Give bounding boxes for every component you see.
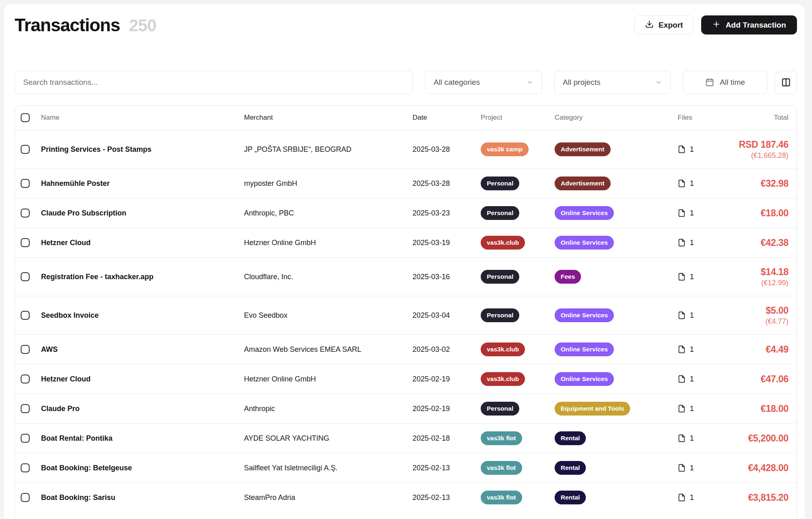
- total-cell: $14.18 (€12.99): [714, 267, 797, 287]
- files-count: 1: [690, 273, 694, 281]
- file-icon: [678, 179, 686, 188]
- files-count: 1: [690, 493, 694, 502]
- projects-filter[interactable]: All projects: [554, 71, 671, 94]
- filters-bar: All categories All projects All time: [15, 71, 797, 94]
- category-cell: Rental: [555, 431, 678, 445]
- row-checkbox[interactable]: [21, 493, 30, 502]
- files-count: 1: [690, 209, 694, 218]
- transaction-merchant: Anthropic, PBC: [244, 209, 412, 218]
- files-cell: 1: [678, 345, 714, 354]
- files-cell: 1: [678, 209, 714, 218]
- transaction-name: Hetzner Cloud: [41, 375, 244, 383]
- row-checkbox[interactable]: [21, 179, 30, 188]
- transaction-total-converted: (€4.77): [714, 317, 788, 326]
- column-header-date: Date: [412, 114, 481, 122]
- search-box: [15, 71, 413, 94]
- table-row[interactable]: Seedbox Invoice Evo Seedbox 2025-03-04 P…: [15, 296, 797, 334]
- category-cell: Fees: [555, 270, 678, 284]
- table-row[interactable]: Boat Booking: Betelgeuse Sailfleet Yat I…: [15, 453, 797, 482]
- table-row[interactable]: Registration Fee - taxhacker.app Cloudfl…: [15, 257, 797, 296]
- table-row[interactable]: Hetzner Cloud Hetzner Online GmbH 2025-0…: [15, 228, 797, 257]
- table-row[interactable]: Boat Booking: Sarisu SteamPro Adria 2025…: [15, 482, 797, 512]
- files-cell: 1: [678, 404, 714, 413]
- transactions-table: Name Merchant Date Project Category File…: [15, 105, 797, 519]
- row-checkbox[interactable]: [21, 434, 30, 443]
- date-range-filter[interactable]: All time: [683, 71, 767, 94]
- row-checkbox[interactable]: [21, 311, 30, 320]
- transaction-total: $14.18: [714, 267, 788, 278]
- categories-filter-value: All categories: [434, 78, 480, 87]
- table-row[interactable]: Hetzner Cloud Hetzner Online GmbH 2025-0…: [15, 364, 797, 394]
- add-transaction-button[interactable]: Add Transaction: [701, 15, 797, 34]
- transaction-name: Seedbox Invoice: [41, 311, 244, 320]
- transaction-total: $5.00: [714, 305, 788, 316]
- download-icon: [645, 20, 654, 30]
- row-checkbox[interactable]: [21, 145, 30, 154]
- table-row[interactable]: Boat Rental: Pontika AYDE SOLAR YACHTING…: [15, 423, 797, 453]
- file-icon: [678, 272, 686, 281]
- row-checkbox[interactable]: [21, 404, 30, 413]
- files-count: 1: [690, 311, 694, 320]
- row-checkbox[interactable]: [21, 375, 30, 383]
- table-row[interactable]: AWS Amazon Web Services EMEA SARL 2025-0…: [15, 334, 797, 364]
- add-transaction-button-label: Add Transaction: [726, 21, 786, 30]
- transaction-merchant: AYDE SOLAR YACHTING: [244, 434, 412, 443]
- file-icon: [678, 404, 686, 413]
- total-cell: €5,200.00: [714, 433, 797, 444]
- row-checkbox-cell: [15, 209, 41, 218]
- category-cell: Online Services: [555, 236, 678, 250]
- transaction-total: €3,815.20: [714, 492, 788, 503]
- categories-filter[interactable]: All categories: [425, 71, 542, 94]
- category-badge: Online Services: [555, 206, 614, 220]
- file-icon: [678, 209, 686, 218]
- project-badge: vas3k.club: [481, 236, 525, 250]
- toggle-columns-button[interactable]: [775, 71, 797, 94]
- project-cell: vas3k flot: [481, 461, 555, 475]
- column-header-category: Category: [555, 114, 678, 122]
- page-title: Transactions: [15, 15, 120, 35]
- total-cell: €18.00: [714, 403, 797, 414]
- chevron-down-icon: [655, 79, 662, 86]
- select-all-checkbox[interactable]: [21, 113, 30, 122]
- transaction-name: Boat Rental: Pontika: [41, 434, 244, 443]
- select-all-cell: [15, 113, 41, 122]
- column-header-project: Project: [481, 114, 555, 122]
- files-cell: 1: [678, 434, 714, 443]
- date-range-value: All time: [720, 78, 745, 87]
- files-cell: 1: [678, 272, 714, 281]
- project-badge: vas3k flot: [481, 461, 522, 475]
- transaction-merchant: Amazon Web Services EMEA SARL: [244, 345, 412, 354]
- table-row[interactable]: Printing Services - Post Stamps JP „POŠT…: [15, 130, 797, 168]
- row-checkbox[interactable]: [21, 209, 30, 218]
- table-row[interactable]: Claude Pro Subscription Anthropic, PBC 2…: [15, 198, 797, 228]
- table-body: Printing Services - Post Stamps JP „POŠT…: [15, 130, 797, 512]
- transaction-merchant: Cloudflare, Inc.: [244, 273, 412, 281]
- project-cell: vas3k camp: [481, 142, 555, 156]
- search-input[interactable]: [23, 78, 404, 87]
- export-button[interactable]: Export: [634, 15, 694, 34]
- transaction-total-converted: (€1,665.28): [714, 151, 788, 160]
- files-cell: 1: [678, 463, 714, 472]
- transaction-name: Hetzner Cloud: [41, 239, 244, 247]
- row-checkbox[interactable]: [21, 272, 30, 281]
- category-cell: Rental: [555, 491, 678, 504]
- transaction-date: 2025-03-28: [412, 179, 481, 188]
- row-checkbox[interactable]: [21, 463, 30, 472]
- header-actions: Export Add Transaction: [634, 15, 797, 34]
- project-cell: Personal: [481, 270, 555, 284]
- table-row[interactable]: Claude Pro Anthropic 2025-02-19 Personal…: [15, 394, 797, 423]
- transaction-date: 2025-03-23: [412, 209, 481, 218]
- transaction-date: 2025-02-13: [412, 493, 481, 502]
- row-checkbox-cell: [15, 145, 41, 154]
- table-row[interactable]: Hahnemühle Poster myposter GmbH 2025-03-…: [15, 168, 797, 198]
- total-cell: €4.49: [714, 344, 797, 355]
- row-checkbox-cell: [15, 179, 41, 188]
- transaction-date: 2025-02-13: [412, 464, 481, 472]
- row-checkbox[interactable]: [21, 345, 30, 354]
- category-badge: Rental: [555, 461, 586, 475]
- project-badge: vas3k flot: [481, 491, 522, 504]
- page-header: Transactions 250 Export Add Transaction: [15, 15, 797, 34]
- export-button-label: Export: [659, 21, 683, 30]
- transaction-date: 2025-03-16: [412, 273, 481, 281]
- row-checkbox[interactable]: [21, 238, 30, 247]
